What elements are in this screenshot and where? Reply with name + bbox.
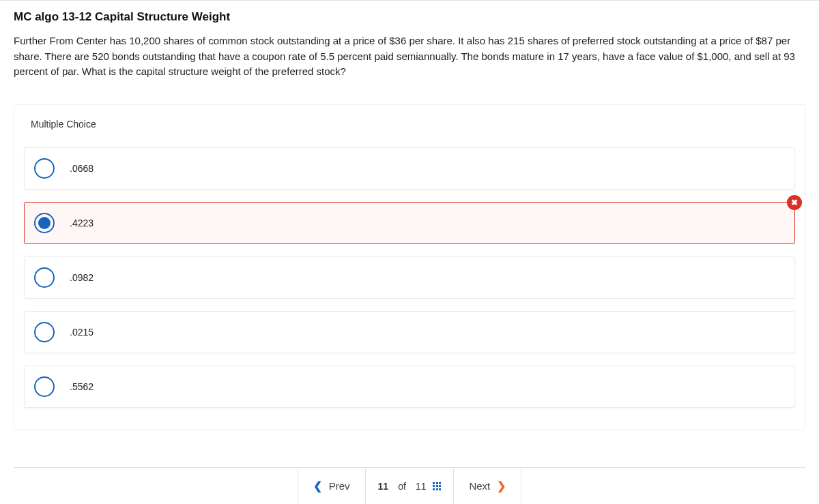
choices-panel: Multiple Choice .0668 .4223 ✖ .0982 .021…	[14, 104, 805, 430]
choice-label: .0982	[70, 272, 94, 283]
chevron-left-icon: ❮	[313, 479, 322, 492]
chevron-right-icon: ❯	[497, 479, 506, 492]
counter-of: of	[398, 481, 406, 492]
choice-label: .4223	[70, 218, 94, 228]
choice-option[interactable]: .0982	[24, 256, 795, 299]
counter-current: 11	[378, 481, 389, 492]
next-button[interactable]: Next ❯	[453, 468, 521, 504]
radio-icon	[34, 267, 55, 288]
choice-option[interactable]: .0668	[24, 147, 795, 190]
choice-label: .0215	[70, 327, 94, 338]
prev-label: Prev	[329, 480, 350, 492]
radio-icon	[34, 213, 55, 233]
footer-nav: ❮ Prev 11 of 11 Next ❯	[14, 467, 805, 504]
choice-label: .0668	[70, 163, 94, 174]
radio-icon	[34, 322, 55, 342]
incorrect-icon: ✖	[787, 195, 802, 210]
choice-option[interactable]: .5562	[24, 366, 795, 408]
prev-button[interactable]: ❮ Prev	[298, 468, 365, 504]
radio-icon	[34, 376, 55, 397]
radio-icon	[34, 158, 55, 179]
multiple-choice-header: Multiple Choice	[14, 119, 805, 147]
next-label: Next	[469, 480, 490, 492]
choice-label: .5562	[70, 381, 94, 392]
question-counter[interactable]: 11 of 11	[365, 468, 454, 504]
question-prompt: Further From Center has 10,200 shares of…	[14, 33, 805, 80]
counter-total: 11	[416, 481, 427, 492]
choice-option[interactable]: .4223 ✖	[24, 202, 795, 244]
question-title: MC algo 13-12 Capital Structure Weight	[14, 10, 805, 24]
choice-option[interactable]: .0215	[24, 311, 795, 353]
grid-icon	[433, 482, 441, 490]
